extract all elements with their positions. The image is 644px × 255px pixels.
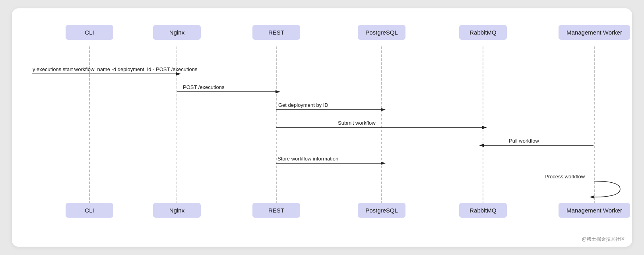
svg-text:y executions start workflow_na: y executions start workflow_name -d depl… bbox=[33, 66, 198, 72]
svg-marker-10 bbox=[275, 90, 280, 93]
actor-pg-bottom: PostgreSQL bbox=[358, 203, 405, 218]
svg-marker-22 bbox=[381, 162, 386, 165]
actor-rmq-top: RabbitMQ bbox=[459, 25, 507, 40]
watermark: @稀土掘金技术社区 bbox=[582, 236, 625, 243]
actor-mw-bottom: Management Worker bbox=[559, 203, 630, 218]
svg-marker-24 bbox=[590, 195, 594, 199]
svg-text:Get deployment by ID: Get deployment by ID bbox=[278, 102, 328, 108]
actor-cli-bottom: CLI bbox=[66, 203, 113, 218]
diagram-container: y executions start workflow_name -d depl… bbox=[12, 8, 632, 247]
actor-rest-bottom: REST bbox=[252, 203, 300, 218]
actor-cli-top: CLI bbox=[66, 25, 113, 40]
svg-marker-7 bbox=[176, 72, 181, 75]
svg-marker-16 bbox=[482, 126, 487, 129]
svg-text:Submit workflow: Submit workflow bbox=[338, 120, 376, 126]
actor-nginx-top: Nginx bbox=[153, 25, 201, 40]
actor-rmq-bottom: RabbitMQ bbox=[459, 203, 507, 218]
svg-marker-13 bbox=[381, 108, 386, 111]
actor-rest-top: REST bbox=[252, 25, 300, 40]
actor-mw-top: Management Worker bbox=[559, 25, 630, 40]
actor-pg-top: PostgreSQL bbox=[358, 25, 405, 40]
svg-text:Process workflow: Process workflow bbox=[545, 174, 585, 180]
svg-text:Store workflow information: Store workflow information bbox=[277, 156, 338, 162]
svg-marker-19 bbox=[479, 144, 484, 147]
svg-text:Pull workflow: Pull workflow bbox=[509, 138, 539, 144]
actor-nginx-bottom: Nginx bbox=[153, 203, 201, 218]
svg-text:POST /executions: POST /executions bbox=[183, 84, 225, 90]
